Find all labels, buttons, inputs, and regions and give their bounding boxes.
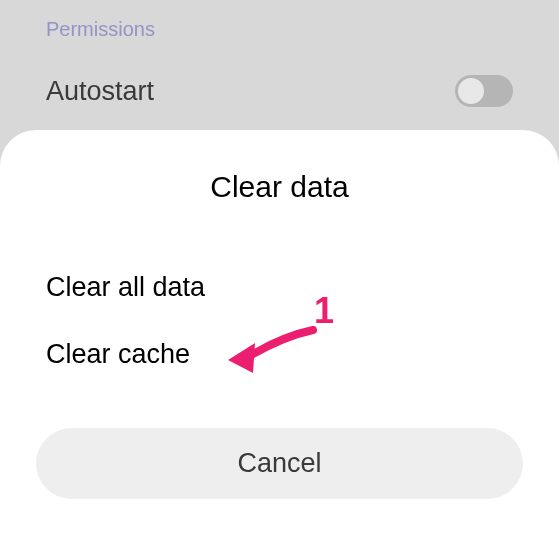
clear-all-data-option[interactable]: Clear all data <box>0 254 559 321</box>
clear-data-modal: Clear data Clear all data Clear cache Ca… <box>0 130 559 536</box>
permissions-link[interactable]: Permissions <box>46 18 155 41</box>
toggle-knob <box>458 78 484 104</box>
autostart-row: Autostart <box>0 75 559 107</box>
autostart-label: Autostart <box>46 76 154 107</box>
cancel-button[interactable]: Cancel <box>36 428 523 499</box>
autostart-toggle[interactable] <box>455 75 513 107</box>
clear-cache-option[interactable]: Clear cache <box>0 321 559 388</box>
modal-title: Clear data <box>0 170 559 204</box>
